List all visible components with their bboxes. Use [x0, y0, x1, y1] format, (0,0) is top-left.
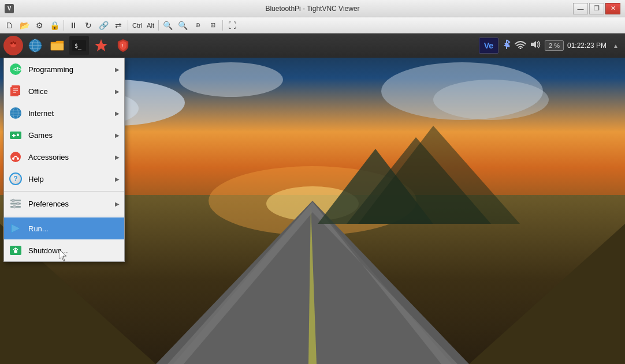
accessories-label: Accessories	[28, 153, 109, 162]
alt-label: Alt	[145, 22, 156, 29]
menu-item-preferences[interactable]: Preferences ▶	[4, 193, 124, 215]
help-label: Help	[28, 175, 109, 183]
help-icon: ?	[9, 172, 23, 186]
svg-text:$_: $_	[75, 43, 82, 50]
preferences-icon	[9, 197, 23, 211]
programming-arrow: ▶	[115, 66, 120, 73]
globe-icon	[28, 38, 43, 53]
security-button[interactable]: !	[113, 36, 133, 55]
shield-icon: !	[116, 38, 131, 53]
starred-button[interactable]	[91, 36, 111, 55]
svg-point-68	[13, 205, 16, 208]
refresh-button[interactable]: ↻	[81, 19, 95, 32]
svg-point-59	[17, 133, 18, 134]
settings-button[interactable]: ⚙	[32, 19, 46, 32]
menu-item-accessories[interactable]: Accessories ▶	[4, 146, 124, 168]
volume-icon[interactable]	[530, 40, 541, 51]
preferences-label: Preferences	[28, 200, 109, 208]
menu-item-shutdown[interactable]: Shutdown...	[4, 239, 124, 261]
toolbar-separator-4	[222, 20, 223, 31]
info-button[interactable]: 🔒	[47, 19, 61, 32]
shutdown-label: Shutdown...	[28, 246, 120, 255]
internet-arrow: ▶	[115, 110, 120, 117]
toolbar-separator-1	[64, 20, 64, 31]
system-tray: Ve	[479, 36, 622, 55]
games-arrow: ▶	[115, 132, 120, 138]
open-button[interactable]: 📂	[17, 19, 31, 32]
close-button[interactable]: ✕	[605, 3, 620, 14]
svg-marker-38	[95, 39, 107, 51]
toolbar: 🗋 📂 ⚙ 🔒 ⏸ ↻ 🔗 ⇄ Ctrl Alt 🔍 🔍 ⊕ ⊞ ⛶	[0, 17, 625, 33]
zoom-out-button[interactable]: 🔍	[176, 19, 190, 32]
svg-rect-46	[12, 85, 20, 95]
office-label: Office	[28, 87, 109, 96]
zoom-fit-button[interactable]: ⊞	[206, 19, 220, 32]
folder-icon	[50, 39, 65, 52]
office-arrow: ▶	[115, 88, 120, 95]
svg-point-27	[10, 42, 13, 44]
window-title: BluetoothPi - TightVNC Viewer	[0, 5, 625, 13]
svg-point-29	[13, 42, 14, 43]
titlebar: V BluetoothPi - TightVNC Viewer — ❐ ✕	[0, 0, 625, 17]
toolbar-separator-3	[158, 20, 159, 31]
transfer-button[interactable]: ⇄	[111, 19, 125, 32]
star-icon	[94, 38, 109, 53]
wifi-icon[interactable]	[515, 40, 526, 51]
run-label: Run...	[28, 224, 120, 233]
svg-point-40	[519, 48, 521, 50]
terminal-icon: $_	[72, 39, 87, 52]
menu-item-run[interactable]: Run...	[4, 217, 124, 239]
menu-item-programming[interactable]: </> Programming ▶	[4, 58, 124, 80]
raspberry-icon	[6, 39, 20, 52]
menu-item-internet[interactable]: Internet ▶	[4, 102, 124, 124]
file-manager-button[interactable]	[47, 36, 67, 55]
help-arrow: ▶	[115, 176, 120, 182]
fullscreen-button[interactable]: ⛶	[225, 19, 239, 32]
menu-separator-2	[4, 216, 124, 216]
svg-rect-35	[51, 43, 64, 50]
terminal-button[interactable]: $_	[69, 36, 89, 55]
svg-text:!: !	[121, 43, 123, 48]
raspberry-pi-button[interactable]	[3, 36, 23, 55]
connect-button[interactable]: 🔗	[96, 19, 110, 32]
menu-item-games[interactable]: Games ▶	[4, 124, 124, 146]
new-button[interactable]: 🗋	[2, 19, 16, 32]
programming-icon: </>	[9, 62, 23, 76]
vnc-taskbar: $_ ! Ve	[0, 33, 625, 58]
internet-icon	[9, 106, 23, 120]
scroll-up-button[interactable]	[610, 40, 622, 51]
games-icon	[9, 128, 23, 142]
wifi-symbol	[515, 40, 526, 49]
ctrl-label: Ctrl	[131, 22, 144, 29]
svg-point-60	[10, 152, 21, 162]
bluetooth-icon[interactable]	[502, 39, 511, 52]
svg-point-66	[12, 199, 15, 202]
zoom-in-button[interactable]: 🔍	[161, 19, 175, 32]
internet-label: Internet	[28, 109, 109, 118]
menu-item-help[interactable]: ? Help ▶	[4, 168, 124, 190]
titlebar-left: V	[5, 4, 14, 13]
run-icon	[9, 222, 23, 235]
ve-indicator[interactable]: Ve	[479, 37, 498, 54]
pause-button[interactable]: ⏸	[66, 19, 80, 32]
toolbar-separator-2	[128, 20, 128, 31]
menu-item-office[interactable]: Office ▶	[4, 80, 124, 102]
minimize-button[interactable]: —	[573, 3, 588, 14]
battery-percent: 2 %	[549, 42, 560, 49]
svg-point-67	[17, 202, 20, 205]
programming-label: Programming	[28, 65, 109, 74]
svg-rect-57	[12, 135, 16, 136]
accessories-arrow: ▶	[115, 154, 120, 160]
games-label: Games	[28, 131, 109, 140]
restore-button[interactable]: ❐	[589, 3, 604, 14]
menu-separator-1	[4, 191, 124, 192]
zoom-reset-button[interactable]: ⊕	[191, 19, 205, 32]
svg-point-61	[12, 157, 14, 160]
svg-point-28	[14, 42, 16, 44]
browser-button[interactable]	[25, 36, 45, 55]
office-icon	[9, 84, 23, 98]
battery-indicator: 2 %	[545, 40, 564, 51]
clock-display: 01:22:23 PM	[567, 42, 607, 50]
app-icon: V	[5, 4, 14, 13]
accessories-icon	[9, 150, 23, 164]
